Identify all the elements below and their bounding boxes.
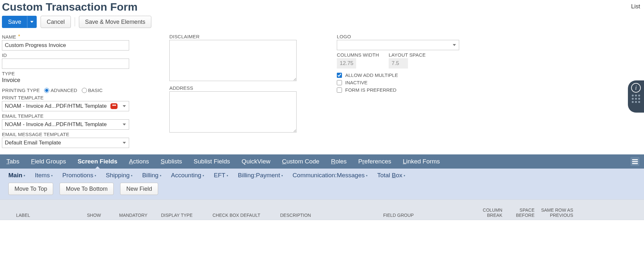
- new-field-button[interactable]: New Field: [120, 183, 158, 195]
- email-template-label: EMAIL TEMPLATE: [2, 113, 131, 119]
- address-textarea[interactable]: [169, 91, 297, 133]
- printing-advanced-input[interactable]: [44, 88, 49, 93]
- subtab-eft[interactable]: EFT•: [214, 172, 228, 179]
- col-checkbox-default[interactable]: CHECK BOX DEFAULT: [209, 213, 277, 218]
- tab-quickview[interactable]: QuickView: [242, 154, 270, 169]
- type-value: Invoice: [2, 76, 131, 86]
- col-show[interactable]: SHOW: [84, 213, 116, 218]
- col-description[interactable]: DESCRIPTION: [277, 213, 380, 218]
- template-alert-badge[interactable]: •••: [110, 103, 118, 109]
- allow-add-multiple-label: ALLOW ADD MULTIPLE: [345, 72, 398, 78]
- subtab-marker-icon: •: [131, 173, 133, 178]
- columns-width-label: COLUMNS WIDTH: [337, 52, 379, 58]
- tab-tabs[interactable]: Tabs: [6, 154, 19, 169]
- subtab-promotions[interactable]: Promotions•: [62, 172, 96, 179]
- subtab-accounting[interactable]: Accounting•: [171, 172, 204, 179]
- chevron-down-icon: [123, 124, 126, 125]
- col-display-type[interactable]: DISPLAY TYPE: [158, 213, 209, 218]
- action-bar: Save Cancel Save & Move Elements: [0, 16, 644, 34]
- col-space-before[interactable]: SPACE BEFORE: [506, 207, 538, 218]
- tab-sublists[interactable]: Sublists: [161, 154, 182, 169]
- subtab-shipping[interactable]: Shipping•: [106, 172, 133, 179]
- list-link[interactable]: List: [631, 0, 640, 10]
- subtab-items[interactable]: Items•: [35, 172, 52, 179]
- id-input[interactable]: [2, 59, 129, 69]
- subtab-main[interactable]: Main•: [8, 172, 25, 179]
- layout-options-icon[interactable]: [630, 157, 639, 166]
- tab-custom-code[interactable]: Custom Code: [282, 154, 319, 169]
- logo-select[interactable]: [337, 40, 459, 50]
- page-title: Custom Transaction Form: [2, 0, 137, 16]
- tab-sublist-fields[interactable]: Sublist Fields: [194, 154, 230, 169]
- printing-basic-input[interactable]: [82, 88, 87, 93]
- subtab-marker-icon: •: [227, 173, 228, 178]
- save-button[interactable]: Save: [2, 16, 27, 28]
- tab-field-groups[interactable]: Field Groups: [31, 154, 66, 169]
- required-star-icon: *: [18, 34, 20, 40]
- columns-width-input[interactable]: [337, 58, 356, 69]
- subtab-marker-icon: •: [281, 173, 283, 178]
- email-msg-template-select[interactable]: Default Email Template: [2, 138, 129, 148]
- print-template-select[interactable]: NOAM - Invoice Ad...PDF/HTML Template ••…: [2, 101, 129, 111]
- tab-preferences[interactable]: Preferences: [358, 154, 391, 169]
- id-label: ID: [2, 52, 131, 58]
- address-label: ADDRESS: [169, 85, 298, 91]
- name-label: NAME*: [2, 34, 131, 40]
- col-label[interactable]: LABEL: [13, 213, 84, 218]
- disclaimer-textarea[interactable]: [169, 40, 297, 81]
- subtab-total-box[interactable]: Total Box•: [377, 172, 405, 179]
- chevron-down-icon: [453, 44, 456, 46]
- form-preferred-label: FORM IS PREFERRED: [345, 87, 396, 93]
- cancel-button[interactable]: Cancel: [41, 16, 71, 28]
- tab-actions[interactable]: Actions: [129, 154, 149, 169]
- subtab-billing[interactable]: Billing•: [142, 172, 161, 179]
- tab-roles[interactable]: Roles: [331, 154, 347, 169]
- inactive-checkbox[interactable]: [337, 80, 342, 85]
- name-input[interactable]: [2, 40, 129, 51]
- grid-header-row: LABEL SHOW MANDATORY DISPLAY TYPE CHECK …: [0, 199, 644, 220]
- col-field-group[interactable]: FIELD GROUP: [380, 213, 470, 218]
- subtab-marker-icon: •: [404, 173, 405, 178]
- subtab-marker-icon: •: [95, 173, 96, 178]
- printing-type-label: PRINTING TYPE: [2, 88, 40, 93]
- save-move-button[interactable]: Save & Move Elements: [79, 16, 151, 28]
- printing-basic-radio[interactable]: BASIC: [82, 88, 103, 93]
- save-dropdown-button[interactable]: [27, 16, 37, 28]
- subtab-marker-icon: •: [51, 173, 53, 178]
- printing-advanced-radio[interactable]: ADVANCED: [44, 88, 77, 93]
- col-mandatory[interactable]: MANDATORY: [116, 213, 158, 218]
- divider: [75, 17, 75, 26]
- keypad-icon: [632, 95, 640, 103]
- logo-label: LOGO: [337, 34, 466, 39]
- subtab-marker-icon: •: [203, 173, 204, 178]
- layout-space-label: LAYOUT SPACE: [389, 52, 426, 58]
- subtab-billing-payment[interactable]: Billing:Payment•: [238, 172, 283, 179]
- subtab-marker-icon: •: [160, 173, 161, 178]
- disclaimer-label: DISCLAIMER: [169, 34, 298, 39]
- col-same-row[interactable]: SAME ROW AS PREVIOUS: [538, 207, 576, 218]
- email-msg-template-label: EMAIL MESSAGE TEMPLATE: [2, 132, 131, 137]
- subtab-communication-messages[interactable]: Communication:Messages•: [293, 172, 368, 179]
- tab-screen-fields[interactable]: Screen Fields: [78, 154, 118, 169]
- form-preferred-checkbox[interactable]: [337, 88, 342, 93]
- move-to-top-button[interactable]: Move To Top: [8, 183, 53, 195]
- type-label: TYPE: [2, 71, 131, 76]
- tab-linked-forms[interactable]: Linked Forms: [403, 154, 440, 169]
- subtab-marker-icon: •: [366, 173, 367, 178]
- caret-down-icon: [30, 21, 33, 23]
- allow-add-multiple-checkbox[interactable]: [337, 73, 342, 78]
- print-template-label: PRINT TEMPLATE: [2, 95, 131, 100]
- move-to-bottom-button[interactable]: Move To Bottom: [60, 183, 114, 195]
- primary-tab-bar: TabsField GroupsScreen FieldsActionsSubl…: [0, 154, 644, 169]
- info-icon: i: [631, 83, 641, 93]
- layout-space-input[interactable]: [389, 58, 408, 69]
- email-template-select[interactable]: NOAM - Invoice Ad...PDF/HTML Template: [2, 119, 129, 130]
- inactive-label: INACTIVE: [345, 80, 367, 85]
- chevron-down-icon: [123, 105, 126, 107]
- col-column-break[interactable]: COLUMN BREAK: [470, 207, 506, 218]
- help-pill[interactable]: i: [628, 80, 644, 113]
- subtab-marker-icon: •: [24, 173, 25, 178]
- chevron-down-icon: [123, 142, 126, 144]
